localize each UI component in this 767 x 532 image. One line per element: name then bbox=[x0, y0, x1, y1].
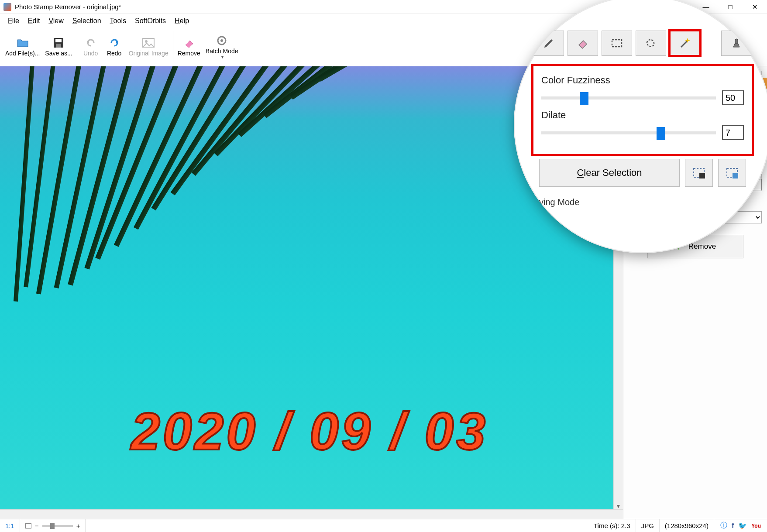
svg-rect-1 bbox=[55, 39, 62, 42]
scroll-down-icon[interactable]: ▼ bbox=[616, 503, 621, 509]
lens-settings-panel: Color Fuzziness Dilate bbox=[531, 64, 754, 156]
original-image-button[interactable]: Original Image bbox=[126, 29, 171, 65]
menu-softorbits[interactable]: SoftOrbits bbox=[131, 15, 170, 27]
lens-dilate-label: Dilate bbox=[541, 110, 744, 121]
undo-button[interactable]: Undo bbox=[79, 29, 103, 65]
redo-icon bbox=[108, 37, 120, 49]
status-format: JPG bbox=[636, 519, 660, 532]
horizontal-scrollbar[interactable] bbox=[0, 509, 623, 519]
lens-dilate-value[interactable] bbox=[722, 125, 744, 140]
lens-dilate-slider[interactable] bbox=[541, 131, 716, 134]
menu-selection[interactable]: Selection bbox=[68, 15, 106, 27]
original-image-label: Original Image bbox=[129, 50, 169, 57]
menu-edit[interactable]: Edit bbox=[24, 15, 45, 27]
fit-icon[interactable] bbox=[25, 523, 31, 529]
info-icon[interactable]: ⓘ bbox=[720, 521, 727, 530]
maximize-button[interactable]: □ bbox=[718, 0, 743, 14]
redo-label: Redo bbox=[107, 50, 121, 57]
status-bar: 1:1 − + Time (s): 2.3 JPG (1280x960x24) … bbox=[0, 519, 767, 532]
menu-tools[interactable]: Tools bbox=[106, 15, 131, 27]
lens-magic-wand-tool[interactable] bbox=[670, 31, 700, 56]
batch-mode-button[interactable]: Batch Mode▾ bbox=[203, 29, 241, 65]
lens-save-selection-button[interactable] bbox=[685, 159, 713, 187]
zoom-control[interactable]: − + bbox=[20, 519, 86, 532]
status-dimensions: (1280x960x24) bbox=[660, 519, 714, 532]
zoom-slider[interactable] bbox=[42, 525, 73, 527]
remove-toolbar-label: Remove bbox=[178, 50, 200, 57]
zoom-out-icon[interactable]: − bbox=[35, 522, 39, 529]
eraser-icon bbox=[183, 37, 195, 49]
date-stamp-text: 2020 / 09 / 03 bbox=[131, 401, 488, 461]
lens-color-fuzziness-label: Color Fuzziness bbox=[541, 75, 744, 86]
facebook-icon[interactable]: f bbox=[732, 522, 734, 530]
remove-toolbar-button[interactable]: Remove bbox=[175, 29, 203, 65]
menu-file[interactable]: File bbox=[3, 15, 24, 27]
youtube-icon[interactable]: You bbox=[751, 523, 761, 529]
save-as-label: Save as... bbox=[45, 50, 72, 57]
remove-button-label: Remove bbox=[688, 242, 716, 251]
gear-icon bbox=[216, 34, 228, 47]
lens-eraser-tool[interactable] bbox=[568, 31, 598, 56]
lens-tools-row bbox=[531, 31, 754, 56]
zoom-in-icon[interactable]: + bbox=[76, 522, 80, 529]
undo-icon bbox=[85, 37, 97, 49]
redo-button[interactable]: Redo bbox=[103, 29, 126, 65]
window-title: Photo Stamp Remover - original.jpg* bbox=[15, 3, 121, 10]
zoom-lens-overlay: Color Fuzziness Dilate Clear Selection v… bbox=[514, 0, 767, 253]
batch-mode-label: Batch Mode bbox=[206, 48, 238, 55]
app-icon bbox=[3, 3, 11, 11]
lens-lasso-tool[interactable] bbox=[636, 31, 666, 56]
twitter-icon[interactable]: 🐦 bbox=[738, 522, 747, 530]
lens-load-selection-button[interactable] bbox=[718, 159, 746, 187]
svg-rect-13 bbox=[699, 173, 705, 178]
close-button[interactable]: ✕ bbox=[743, 0, 767, 14]
menu-view[interactable]: View bbox=[44, 15, 68, 27]
svg-point-4 bbox=[145, 40, 148, 43]
chevron-down-icon: ▾ bbox=[221, 55, 224, 60]
add-files-label: Add File(s)... bbox=[5, 50, 40, 57]
undo-label: Undo bbox=[83, 50, 98, 57]
save-icon bbox=[52, 37, 65, 49]
lens-color-fuzziness-value[interactable] bbox=[722, 90, 744, 105]
save-as-button[interactable]: Save as... bbox=[42, 29, 75, 65]
lens-rect-select-tool[interactable] bbox=[602, 31, 632, 56]
lens-clear-selection-button[interactable]: Clear Selection bbox=[539, 159, 680, 187]
folder-open-icon bbox=[17, 37, 29, 49]
zoom-ratio[interactable]: 1:1 bbox=[0, 519, 20, 532]
lens-mode-fragment: ving Mode bbox=[531, 197, 754, 207]
add-files-button[interactable]: Add File(s)... bbox=[3, 29, 42, 65]
svg-point-6 bbox=[220, 39, 223, 42]
svg-rect-15 bbox=[733, 173, 738, 178]
svg-rect-11 bbox=[612, 40, 622, 47]
image-icon bbox=[142, 37, 155, 49]
menu-help[interactable]: Help bbox=[170, 15, 193, 27]
status-time: Time (s): 2.3 bbox=[588, 519, 636, 532]
svg-rect-2 bbox=[56, 44, 61, 48]
social-links: ⓘ f 🐦 You bbox=[714, 521, 767, 530]
lens-color-fuzziness-slider[interactable] bbox=[541, 96, 716, 100]
